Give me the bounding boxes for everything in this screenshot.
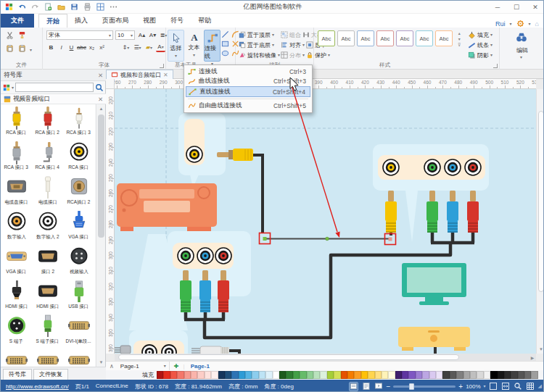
color-swatch-#f2f2f2[interactable] — [484, 371, 490, 379]
text-tool-button[interactable]: A文本▾ — [186, 30, 202, 62]
color-swatch-#000000[interactable] — [490, 371, 497, 379]
stencil-RCA 接口 3-3[interactable]: RCA 接口 3 — [1, 139, 32, 174]
stencil-接口 2-13[interactable]: 接口 2 — [32, 243, 63, 278]
stencil-电缆盘接口-6[interactable]: 电缆盘接口 — [1, 174, 32, 209]
soundbar[interactable] — [398, 327, 470, 354]
color-swatch-#fff3b8[interactable] — [382, 371, 388, 379]
color-swatch-#55b4e4[interactable] — [245, 371, 252, 379]
color-swatch-#bca6e3[interactable] — [422, 371, 429, 379]
color-swatch-#bfbfbf[interactable] — [470, 371, 477, 379]
color-swatch-#fb9d23[interactable] — [354, 371, 360, 379]
account-name[interactable]: Rui — [495, 20, 506, 28]
page-tab-active[interactable]: Page-1 — [185, 363, 215, 370]
stencil-电缆接口-7[interactable]: 电缆接口 — [32, 174, 63, 209]
add-page-icon[interactable]: ✚ — [170, 363, 184, 370]
rca-socket-red-2[interactable] — [465, 159, 481, 175]
stencil-RCA 接口-5[interactable]: RCA 接口 — [63, 139, 94, 174]
rca-socket-blue-2[interactable] — [445, 159, 461, 175]
menu-item-连接线[interactable]: 连接线Ctrl+3 — [186, 67, 310, 77]
color-swatch-#9d7fd4[interactable] — [416, 371, 422, 379]
color-swatch-#a6a6a6[interactable] — [463, 371, 470, 379]
document-tab[interactable]: 视频和音频端口 ✕ — [106, 70, 173, 79]
color-swatch-#fffbe0[interactable] — [388, 371, 395, 379]
redo-icon[interactable] — [30, 2, 40, 12]
color-swatch-#404040[interactable] — [511, 371, 517, 379]
font-button-0[interactable]: B — [46, 43, 56, 52]
sidebar-tab-文件恢复[interactable]: 文件恢复 — [33, 369, 68, 380]
minimize-button[interactable]: ─ — [488, 1, 507, 13]
rca-socket-yellow[interactable] — [186, 146, 202, 162]
color-swatch-#e52e1e[interactable] — [163, 371, 170, 379]
color-swatch-#f57c00[interactable] — [347, 371, 354, 379]
zoom-slider[interactable] — [393, 385, 456, 388]
av-receiver[interactable] — [117, 183, 217, 231]
open-doc-icon[interactable] — [57, 2, 66, 12]
rca-socket-white[interactable] — [142, 345, 157, 354]
color-swatch-#d4e157[interactable] — [334, 371, 340, 379]
mini-connector[interactable] — [115, 346, 131, 354]
canvas-horizontal-scrollbar[interactable]: ▶ — [115, 354, 536, 361]
rca-socket-green[interactable] — [178, 248, 194, 264]
stencil-VGA 接口-11[interactable]: VGA 接口 — [63, 209, 94, 243]
tab-帮助[interactable]: 帮助 — [191, 14, 218, 28]
stencil-dvi-22[interactable] — [32, 348, 63, 367]
document-tab-close-icon[interactable]: ✕ — [163, 72, 168, 78]
style-preset-2[interactable]: Abc — [337, 30, 355, 46]
print-icon[interactable] — [83, 2, 92, 12]
connector-midpoint-handle[interactable] — [326, 237, 329, 241]
color-swatch-#66bb6a[interactable] — [300, 371, 306, 379]
color-swatch-#9e9e9e[interactable] — [531, 371, 537, 379]
stencil-RCA 接口 3-2[interactable]: RCA 接口 3 — [63, 104, 94, 139]
help-home-icon[interactable]: ⌂ — [535, 20, 539, 28]
color-swatch-#2e9bd6[interactable] — [239, 371, 245, 379]
select-arrow-button[interactable]: 选择▾ — [168, 30, 184, 62]
gallery-up-icon[interactable]: ▴ — [458, 30, 461, 36]
callout-audio-out[interactable] — [129, 330, 188, 354]
view-normal-icon[interactable] — [349, 382, 358, 391]
style-preset-6[interactable]: Abc — [416, 30, 433, 46]
color-swatch-#dcf1dd[interactable] — [320, 371, 326, 379]
settings-gear-icon[interactable] — [516, 20, 524, 28]
stencil-HDMI 接口-15[interactable]: HDMI 接口 — [1, 278, 32, 313]
grow-font-icon[interactable]: A▴ — [137, 30, 147, 40]
color-swatch-#1d5b1d[interactable] — [279, 371, 286, 379]
color-swatch-#fab4ab[interactable] — [191, 371, 197, 379]
style-preset-5[interactable]: Abc — [396, 30, 413, 46]
style-preset-1[interactable]: Abc — [318, 30, 335, 46]
color-swatch-#def1fa[interactable] — [265, 371, 272, 379]
font-dialog-launcher[interactable] — [160, 64, 164, 68]
color-swatch-#ffd54f[interactable] — [368, 371, 374, 379]
style-dialog-launcher[interactable] — [493, 64, 498, 68]
color-swatch-#f4776a[interactable] — [177, 371, 184, 379]
stencil-数字输入 2-10[interactable]: 数字输入 2 — [32, 209, 63, 243]
color-swatch-#2b2b2b[interactable] — [504, 371, 511, 379]
color-swatch-#2e7d32[interactable] — [286, 371, 292, 379]
edraw-logo-icon[interactable] — [4, 2, 14, 12]
style-preset-4[interactable]: Abc — [376, 30, 394, 46]
scroll-up-icon[interactable]: ▲ — [96, 104, 106, 113]
rca-socket-yellow-2[interactable] — [383, 159, 399, 175]
color-swatch-#595959[interactable] — [450, 371, 456, 379]
tab-符号[interactable]: 符号 — [163, 14, 191, 28]
color-swatch-#7e57c2[interactable] — [408, 371, 415, 379]
color-swatch-#ece3f8[interactable] — [436, 371, 442, 379]
zoom-area-icon[interactable] — [514, 382, 523, 391]
color-swatch-#1f4e79[interactable] — [225, 371, 231, 379]
rect-icon[interactable] — [221, 40, 229, 48]
fill-button[interactable]: 填充▾ — [468, 30, 493, 40]
zoom-in-button[interactable]: + — [458, 383, 463, 391]
paste-icon[interactable] — [6, 44, 14, 52]
color-swatch-#f79b90[interactable] — [184, 371, 191, 379]
rotate-button[interactable]: 旋转和镜像▾ — [239, 50, 280, 60]
stencil-VGA 接口-12[interactable]: VGA 接口 — [1, 243, 32, 278]
stencil-视频输入-14[interactable]: 视频输入 — [63, 243, 94, 278]
stencil-dvi-23[interactable] — [63, 348, 94, 367]
callout-top-speaker[interactable] — [178, 113, 226, 188]
cut-icon[interactable] — [6, 31, 14, 39]
gallery-more-icon[interactable]: ⊽ — [458, 42, 461, 47]
color-swatch-#43a047[interactable] — [293, 371, 300, 379]
color-swatch-#b01513[interactable] — [157, 371, 163, 379]
color-swatch-#bde3f5[interactable] — [259, 371, 265, 379]
stencil-数字输入-9[interactable]: 数字输入 — [1, 209, 32, 243]
library-close-icon[interactable]: ✕ — [98, 72, 103, 79]
